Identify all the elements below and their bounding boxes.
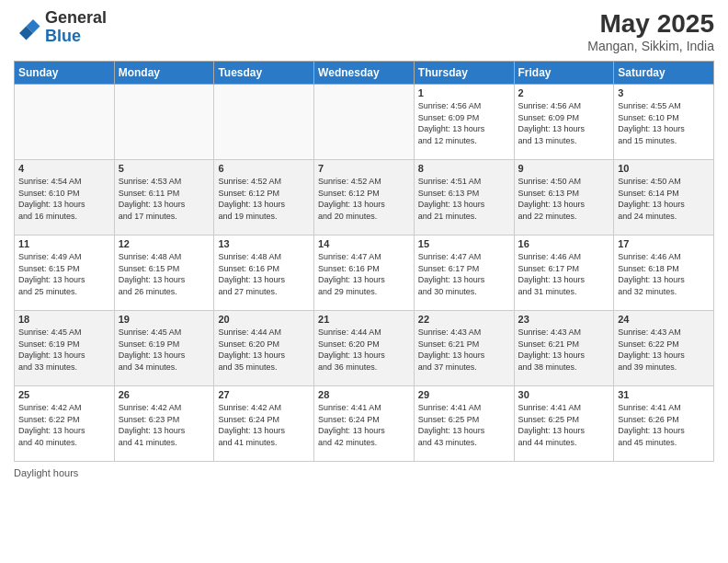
calendar-col-sunday: Sunday (15, 62, 115, 85)
day-number: 7 (318, 163, 410, 174)
day-number: 4 (18, 163, 110, 174)
day-number: 25 (18, 389, 110, 400)
day-number: 15 (418, 238, 510, 249)
day-number: 19 (119, 314, 210, 325)
day-number: 16 (518, 238, 610, 249)
day-info: Sunrise: 4:41 AM Sunset: 6:24 PM Dayligh… (318, 402, 410, 448)
header: General Blue May 2025 Mangan, Sikkim, In… (14, 9, 714, 53)
day-number: 5 (119, 163, 210, 174)
day-number: 11 (18, 238, 110, 249)
day-info: Sunrise: 4:48 AM Sunset: 6:16 PM Dayligh… (218, 251, 310, 297)
day-number: 28 (318, 389, 410, 400)
footer: Daylight hours (14, 467, 714, 478)
day-info: Sunrise: 4:54 AM Sunset: 6:10 PM Dayligh… (18, 176, 110, 222)
calendar-cell: 2Sunrise: 4:56 AM Sunset: 6:09 PM Daylig… (514, 85, 614, 160)
calendar-cell: 12Sunrise: 4:48 AM Sunset: 6:15 PM Dayli… (114, 236, 214, 311)
day-info: Sunrise: 4:43 AM Sunset: 6:21 PM Dayligh… (418, 327, 510, 373)
calendar-cell: 8Sunrise: 4:51 AM Sunset: 6:13 PM Daylig… (414, 160, 514, 236)
calendar-cell: 18Sunrise: 4:45 AM Sunset: 6:19 PM Dayli… (15, 311, 115, 386)
day-number: 22 (418, 314, 510, 325)
calendar-cell: 7Sunrise: 4:52 AM Sunset: 6:12 PM Daylig… (314, 160, 415, 236)
calendar-cell (114, 85, 214, 160)
day-info: Sunrise: 4:46 AM Sunset: 6:17 PM Dayligh… (518, 251, 610, 297)
calendar-cell: 16Sunrise: 4:46 AM Sunset: 6:17 PM Dayli… (514, 236, 614, 311)
day-number: 8 (418, 163, 510, 174)
day-number: 2 (518, 87, 610, 98)
calendar-table: SundayMondayTuesdayWednesdayThursdayFrid… (14, 61, 714, 462)
calendar-cell: 26Sunrise: 4:42 AM Sunset: 6:23 PM Dayli… (114, 386, 214, 462)
day-number: 20 (218, 314, 310, 325)
calendar-col-tuesday: Tuesday (214, 62, 314, 85)
day-number: 1 (418, 87, 510, 98)
day-info: Sunrise: 4:50 AM Sunset: 6:13 PM Dayligh… (518, 176, 610, 222)
day-info: Sunrise: 4:49 AM Sunset: 6:15 PM Dayligh… (18, 251, 110, 297)
title-block: May 2025 Mangan, Sikkim, India (587, 9, 714, 53)
day-info: Sunrise: 4:42 AM Sunset: 6:23 PM Dayligh… (119, 402, 210, 448)
day-number: 29 (418, 389, 510, 400)
calendar-week-5: 25Sunrise: 4:42 AM Sunset: 6:22 PM Dayli… (15, 386, 714, 462)
day-number: 23 (518, 314, 610, 325)
calendar-cell: 11Sunrise: 4:49 AM Sunset: 6:15 PM Dayli… (15, 236, 115, 311)
day-number: 26 (119, 389, 210, 400)
day-info: Sunrise: 4:45 AM Sunset: 6:19 PM Dayligh… (119, 327, 210, 373)
logo-blue-text: Blue (45, 27, 81, 45)
calendar-week-4: 18Sunrise: 4:45 AM Sunset: 6:19 PM Dayli… (15, 311, 714, 386)
main-title: May 2025 (587, 9, 714, 39)
calendar-cell (214, 85, 314, 160)
calendar-cell: 15Sunrise: 4:47 AM Sunset: 6:17 PM Dayli… (414, 236, 514, 311)
day-info: Sunrise: 4:44 AM Sunset: 6:20 PM Dayligh… (218, 327, 310, 373)
calendar-cell: 13Sunrise: 4:48 AM Sunset: 6:16 PM Dayli… (214, 236, 314, 311)
day-info: Sunrise: 4:48 AM Sunset: 6:15 PM Dayligh… (119, 251, 210, 297)
calendar-cell: 20Sunrise: 4:44 AM Sunset: 6:20 PM Dayli… (214, 311, 314, 386)
calendar-cell: 3Sunrise: 4:55 AM Sunset: 6:10 PM Daylig… (614, 85, 714, 160)
calendar-cell: 31Sunrise: 4:41 AM Sunset: 6:26 PM Dayli… (614, 386, 714, 462)
calendar-cell (314, 85, 415, 160)
day-info: Sunrise: 4:46 AM Sunset: 6:18 PM Dayligh… (618, 251, 710, 297)
calendar-cell: 22Sunrise: 4:43 AM Sunset: 6:21 PM Dayli… (414, 311, 514, 386)
calendar-week-3: 11Sunrise: 4:49 AM Sunset: 6:15 PM Dayli… (15, 236, 714, 311)
calendar-col-thursday: Thursday (414, 62, 514, 85)
logo: General Blue (14, 9, 107, 46)
day-number: 13 (218, 238, 310, 249)
day-info: Sunrise: 4:53 AM Sunset: 6:11 PM Dayligh… (119, 176, 210, 222)
day-number: 9 (518, 163, 610, 174)
day-number: 12 (119, 238, 210, 249)
day-number: 31 (618, 389, 710, 400)
calendar-cell: 6Sunrise: 4:52 AM Sunset: 6:12 PM Daylig… (214, 160, 314, 236)
calendar-cell: 29Sunrise: 4:41 AM Sunset: 6:25 PM Dayli… (414, 386, 514, 462)
calendar-cell: 1Sunrise: 4:56 AM Sunset: 6:09 PM Daylig… (414, 85, 514, 160)
calendar-cell (15, 85, 115, 160)
day-number: 24 (618, 314, 710, 325)
day-info: Sunrise: 4:42 AM Sunset: 6:24 PM Dayligh… (218, 402, 310, 448)
day-number: 3 (618, 87, 710, 98)
calendar-cell: 4Sunrise: 4:54 AM Sunset: 6:10 PM Daylig… (15, 160, 115, 236)
calendar-col-monday: Monday (114, 62, 214, 85)
day-number: 14 (318, 238, 410, 249)
calendar-cell: 27Sunrise: 4:42 AM Sunset: 6:24 PM Dayli… (214, 386, 314, 462)
day-number: 17 (618, 238, 710, 249)
calendar-cell: 9Sunrise: 4:50 AM Sunset: 6:13 PM Daylig… (514, 160, 614, 236)
calendar-cell: 17Sunrise: 4:46 AM Sunset: 6:18 PM Dayli… (614, 236, 714, 311)
sub-title: Mangan, Sikkim, India (587, 39, 714, 53)
calendar-cell: 24Sunrise: 4:43 AM Sunset: 6:22 PM Dayli… (614, 311, 714, 386)
day-number: 10 (618, 163, 710, 174)
calendar-cell: 23Sunrise: 4:43 AM Sunset: 6:21 PM Dayli… (514, 311, 614, 386)
day-info: Sunrise: 4:44 AM Sunset: 6:20 PM Dayligh… (318, 327, 410, 373)
day-info: Sunrise: 4:43 AM Sunset: 6:21 PM Dayligh… (518, 327, 610, 373)
day-info: Sunrise: 4:55 AM Sunset: 6:10 PM Dayligh… (618, 100, 710, 146)
daylight-hours-label: Daylight hours (14, 467, 78, 478)
calendar-col-saturday: Saturday (614, 62, 714, 85)
calendar-cell: 5Sunrise: 4:53 AM Sunset: 6:11 PM Daylig… (114, 160, 214, 236)
calendar-cell: 19Sunrise: 4:45 AM Sunset: 6:19 PM Dayli… (114, 311, 214, 386)
day-number: 27 (218, 389, 310, 400)
day-info: Sunrise: 4:41 AM Sunset: 6:25 PM Dayligh… (418, 402, 510, 448)
day-info: Sunrise: 4:56 AM Sunset: 6:09 PM Dayligh… (518, 100, 610, 146)
day-info: Sunrise: 4:51 AM Sunset: 6:13 PM Dayligh… (418, 176, 510, 222)
calendar-cell: 25Sunrise: 4:42 AM Sunset: 6:22 PM Dayli… (15, 386, 115, 462)
day-info: Sunrise: 4:47 AM Sunset: 6:16 PM Dayligh… (318, 251, 410, 297)
calendar-cell: 30Sunrise: 4:41 AM Sunset: 6:25 PM Dayli… (514, 386, 614, 462)
day-info: Sunrise: 4:41 AM Sunset: 6:26 PM Dayligh… (618, 402, 710, 448)
day-info: Sunrise: 4:41 AM Sunset: 6:25 PM Dayligh… (518, 402, 610, 448)
calendar-cell: 21Sunrise: 4:44 AM Sunset: 6:20 PM Dayli… (314, 311, 415, 386)
day-number: 30 (518, 389, 610, 400)
